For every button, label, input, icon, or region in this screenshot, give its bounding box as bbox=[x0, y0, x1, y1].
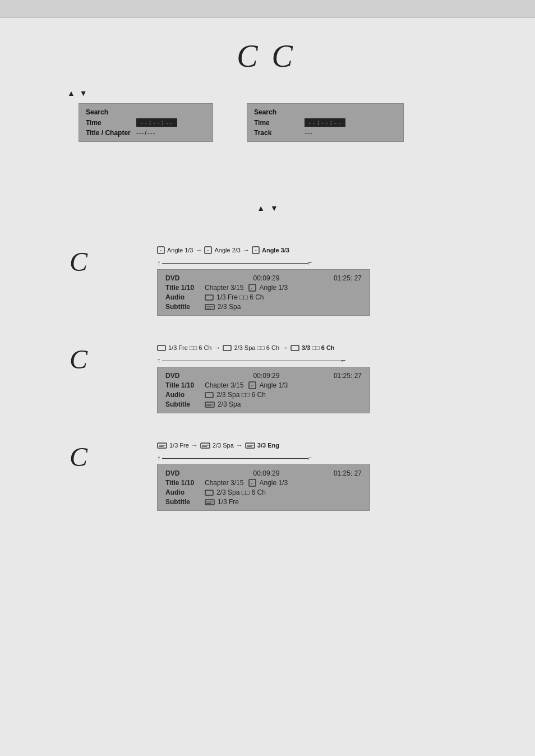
angle-icon-3: ⌐ bbox=[252, 246, 260, 254]
audio-cycle-icon-2 bbox=[223, 345, 232, 351]
svg-rect-14 bbox=[291, 345, 299, 351]
audio-arrow-1: → bbox=[214, 344, 220, 352]
svg-rect-13 bbox=[223, 345, 231, 351]
dvd-subtitle-value-2: 2/3 Spa bbox=[205, 400, 241, 408]
audio-cycle-icon-3 bbox=[290, 345, 299, 351]
cc-logo-left: CC bbox=[237, 40, 298, 72]
time-label-right: Time bbox=[254, 119, 305, 127]
svg-text:⌐: ⌐ bbox=[207, 248, 209, 252]
dvd-subtitle-value-3: 1/3 Fre bbox=[205, 498, 239, 506]
track-label: Track bbox=[254, 129, 305, 137]
svg-text:⌐: ⌐ bbox=[251, 481, 253, 485]
c-section-angle: C ⌐ Angle 1/3 → ⌐ Angle 2/3 → bbox=[22, 246, 513, 316]
angle-icon-title-2: ⌐ bbox=[248, 381, 256, 389]
dvd-header-2: DVD 00:09:29 01:25: 27 bbox=[165, 372, 362, 380]
dvd-time2-2: 01:25: 27 bbox=[334, 372, 362, 380]
corner-bracket-2: ⌐ bbox=[342, 356, 346, 365]
dvd-audio-label-3: Audio bbox=[165, 488, 205, 496]
return-up-arrow-2: ↑ bbox=[157, 356, 161, 365]
cycle-row-audio: 1/3 Fre □□ 6 Ch → 2/3 Spa □□ 6 Ch → 3/3 … bbox=[157, 344, 513, 352]
svg-text:⌐: ⌐ bbox=[255, 248, 257, 252]
return-arrow-angle: ↑ ⌐ bbox=[157, 259, 513, 267]
svg-rect-32 bbox=[205, 490, 213, 495]
arrow-right-2: → bbox=[243, 246, 250, 254]
dvd-title-value-1: Chapter 3/15 ⌐ Angle 1/3 bbox=[205, 284, 288, 292]
c-logo-2: C bbox=[70, 344, 87, 375]
audio-cycle-2-label: 2/3 Spa □□ 6 Ch bbox=[234, 344, 279, 351]
subtitle-cycle-icon-2 bbox=[200, 442, 210, 449]
panel-title-chapter-row: Title / Chapter ---/--- bbox=[86, 129, 206, 137]
c-right-audio: 1/3 Fre □□ 6 Ch → 2/3 Spa □□ 6 Ch → 3/3 … bbox=[157, 344, 513, 413]
time-value: --:--:-- bbox=[136, 118, 177, 127]
subtitle-arrow-2: → bbox=[236, 441, 243, 449]
search-panel-track: Search Time --:--:-- Track --- bbox=[247, 103, 404, 142]
svg-text:⌐: ⌐ bbox=[251, 286, 253, 290]
audio-cycle-1-label: 1/3 Fre □□ 6 Ch bbox=[168, 344, 211, 351]
subtitle-icon-3 bbox=[205, 499, 215, 505]
dvd-title-row-3: Title 1/10 Chapter 3/15 ⌐ Angle 1/3 bbox=[165, 479, 362, 487]
dvd-time1-2: 00:09:29 bbox=[253, 372, 280, 380]
dvd-time1-3: 00:09:29 bbox=[253, 469, 280, 477]
c-logo-1: C bbox=[70, 246, 87, 277]
c-logo-area-2: C bbox=[22, 344, 135, 375]
dvd-audio-row-3: Audio 2/3 Spa □□ 6 Ch bbox=[165, 488, 362, 496]
dvd-header-1: DVD 00:09:29 01:25: 27 bbox=[165, 274, 362, 282]
audio-icon-3 bbox=[205, 490, 214, 496]
dvd-subtitle-label-2: Subtitle bbox=[165, 400, 205, 408]
panel-search-label-right: Search bbox=[254, 108, 396, 116]
cc-logo-row: CC bbox=[22, 40, 513, 72]
panel-time-row-right: Time --:--:-- bbox=[254, 118, 396, 127]
arrow-right-1: → bbox=[195, 246, 202, 254]
svg-text:⌐: ⌐ bbox=[160, 248, 162, 252]
dvd-audio-value-1: 1/3 Fre □□ 6 Ch bbox=[205, 293, 264, 301]
dvd-audio-row-1: Audio 1/3 Fre □□ 6 Ch bbox=[165, 293, 362, 301]
dvd-subtitle-label-3: Subtitle bbox=[165, 498, 205, 506]
svg-rect-12 bbox=[158, 345, 165, 351]
panel-search-label: Search bbox=[86, 108, 206, 116]
corner-bracket: ⌐ bbox=[308, 259, 312, 267]
c-logo-area-1: C bbox=[22, 246, 135, 277]
mid-down-arrow: ▼ bbox=[270, 204, 278, 213]
audio-icon-1 bbox=[205, 294, 214, 301]
cycle-row-angle: ⌐ Angle 1/3 → ⌐ Angle 2/3 → ⌐ Angle 3/3 bbox=[157, 246, 513, 254]
subtitle-icon-1 bbox=[205, 304, 215, 310]
audio-arrow-2: → bbox=[282, 344, 288, 352]
panel-track-row: Track --- bbox=[254, 129, 396, 137]
dvd-subtitle-value-1: 2/3 Spa bbox=[205, 303, 241, 311]
dvd-panel-1: DVD 00:09:29 01:25: 27 Title 1/10 Chapte… bbox=[157, 269, 370, 316]
c-right-subtitle: 1/3 Fre → 2/3 Spa → 3/3 Eng ↑ bbox=[157, 441, 513, 511]
audio-icon-2 bbox=[205, 392, 214, 398]
angle-icon-1: ⌐ bbox=[157, 246, 165, 254]
c-section-audio: C 1/3 Fre □□ 6 Ch → 2/3 Spa □□ 6 Ch → 3/… bbox=[22, 344, 513, 413]
arrow-row-top: ▲ ▼ bbox=[67, 89, 513, 98]
subtitle-cycle-2-label: 2/3 Spa bbox=[213, 442, 234, 449]
angle-icon-title-3: ⌐ bbox=[248, 479, 256, 487]
search-panel-dvd: Search Time --:--:-- Title / Chapter ---… bbox=[79, 103, 213, 142]
c-right-angle: ⌐ Angle 1/3 → ⌐ Angle 2/3 → ⌐ Angle 3/3 bbox=[157, 246, 513, 316]
spacer-1 bbox=[22, 159, 513, 192]
dvd-title-row-1: Title 1/10 Chapter 3/15 ⌐ Angle 1/3 bbox=[165, 284, 362, 292]
dvd-header-3: DVD 00:09:29 01:25: 27 bbox=[165, 469, 362, 477]
dvd-title-label-3: Title 1/10 bbox=[165, 479, 205, 487]
angle-1-label: Angle 1/3 bbox=[167, 247, 193, 253]
dvd-subtitle-row-3: Subtitle 1/3 Fre bbox=[165, 498, 362, 506]
track-value: --- bbox=[305, 129, 313, 137]
dvd-audio-value-3: 2/3 Spa □□ 6 Ch bbox=[205, 488, 266, 496]
subtitle-arrow-1: → bbox=[191, 441, 198, 449]
dvd-label-2: DVD bbox=[165, 372, 205, 380]
time-value-right: --:--:-- bbox=[305, 118, 345, 127]
up-arrow-icon: ▲ bbox=[67, 89, 75, 98]
svg-rect-8 bbox=[205, 295, 213, 300]
return-up-arrow-3: ↑ bbox=[157, 454, 161, 462]
dvd-title-label-1: Title 1/10 bbox=[165, 284, 205, 292]
dvd-audio-label-2: Audio bbox=[165, 391, 205, 399]
corner-bracket-3: ⌐ bbox=[308, 454, 312, 462]
dvd-label-1: DVD bbox=[165, 274, 205, 282]
dvd-label-3: DVD bbox=[165, 469, 205, 477]
angle-icon-2: ⌐ bbox=[204, 246, 212, 254]
audio-cycle-icon-1 bbox=[157, 345, 166, 351]
subtitle-cycle-1-label: 1/3 Fre bbox=[169, 442, 189, 449]
panel-time-row: Time --:--:-- bbox=[86, 118, 206, 127]
dvd-audio-row-2: Audio 2/3 Spa □□ 6 Ch bbox=[165, 391, 362, 399]
time-label: Time bbox=[86, 119, 136, 127]
